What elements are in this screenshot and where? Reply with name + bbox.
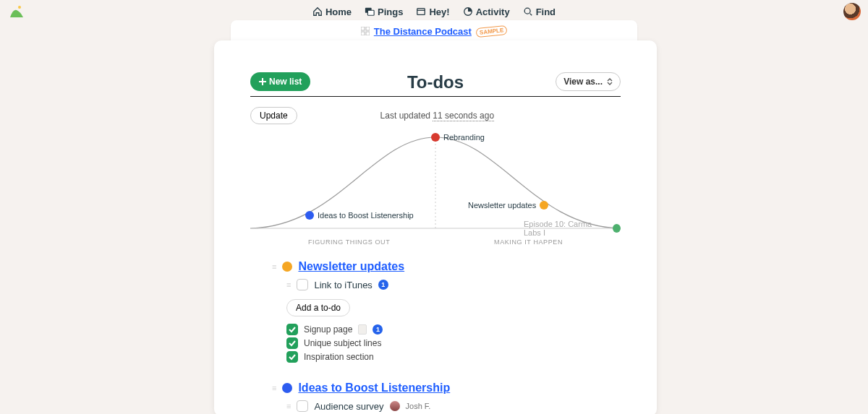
- marker-label: Episode 10: Carma Labs I: [524, 220, 609, 237]
- chevron-updown-icon: [607, 78, 613, 85]
- assignee-avatar: [390, 401, 400, 411]
- svg-point-5: [524, 8, 530, 14]
- hey-icon: [416, 7, 426, 17]
- nav-label: Pings: [378, 7, 403, 17]
- project-link[interactable]: The Distance Podcast: [374, 26, 472, 37]
- todo-title: Inspiration section: [304, 352, 374, 362]
- breadcrumb[interactable]: The Distance Podcast SAMPLE: [231, 20, 637, 42]
- section-dot: [282, 262, 292, 272]
- todo-title: Link to iTunes: [314, 280, 372, 290]
- nav-label: Find: [536, 7, 556, 17]
- drag-handle-icon[interactable]: ≡: [272, 384, 276, 392]
- nav-hey[interactable]: Hey!: [416, 7, 449, 17]
- last-updated: Last updated 11 seconds ago: [380, 111, 494, 121]
- marker-dot: [540, 201, 548, 210]
- section-title-link[interactable]: Newsletter updates: [298, 260, 404, 273]
- todo-checkbox-done[interactable]: [286, 324, 298, 335]
- comment-count-badge[interactable]: 1: [373, 324, 383, 335]
- nav-label: Hey!: [429, 7, 449, 17]
- marker-label: Ideas to Boost Listenership: [318, 211, 414, 220]
- todo-title: Unique subject lines: [304, 338, 381, 348]
- nav-pings[interactable]: Pings: [365, 7, 403, 17]
- hill-marker-episode[interactable]: Episode 10: Carma Labs I: [524, 220, 621, 237]
- todo-section-newsletter: ≡ Newsletter updates ≡ Link to iTunes 1 …: [250, 260, 621, 363]
- svg-rect-3: [417, 9, 425, 15]
- todo-item-done[interactable]: Signup page 1: [272, 324, 621, 335]
- todo-checkbox-done[interactable]: [286, 337, 298, 349]
- main-card: New list To-dos View as... Update Last u…: [214, 40, 657, 414]
- todo-title: Signup page: [304, 324, 352, 335]
- marker-dot: [613, 224, 621, 233]
- drag-handle-icon[interactable]: ≡: [272, 262, 276, 271]
- marker-label: Rebranding: [443, 133, 485, 142]
- hill-marker-newsletter[interactable]: Newsletter updates: [468, 201, 548, 210]
- plus-icon: [259, 78, 266, 85]
- todo-item[interactable]: ≡ Link to iTunes 1: [272, 279, 621, 290]
- view-as-button[interactable]: View as...: [556, 72, 621, 91]
- marker-dot: [305, 211, 314, 220]
- update-button[interactable]: Update: [250, 107, 297, 124]
- todo-item-done[interactable]: Unique subject lines: [272, 337, 621, 349]
- todo-item[interactable]: ≡ Audience survey Josh F.: [272, 400, 621, 412]
- comment-count-badge[interactable]: 1: [378, 280, 388, 290]
- user-avatar[interactable]: [843, 3, 861, 20]
- search-icon: [523, 7, 533, 17]
- nav-home[interactable]: Home: [312, 7, 352, 17]
- drag-handle-icon[interactable]: ≡: [286, 402, 291, 410]
- svg-rect-9: [366, 32, 370, 35]
- svg-rect-7: [366, 27, 370, 30]
- new-list-label: New list: [269, 77, 302, 87]
- nav-label: Home: [326, 7, 352, 17]
- section-dot: [282, 383, 292, 393]
- nav-activity[interactable]: Activity: [463, 7, 510, 17]
- section-title-link[interactable]: Ideas to Boost Listenership: [298, 381, 450, 394]
- hill-marker-ideas[interactable]: Ideas to Boost Listenership: [305, 211, 414, 220]
- hill-chart: Rebranding Ideas to Boost Listenership N…: [250, 126, 621, 241]
- drag-handle-icon[interactable]: ≡: [286, 280, 291, 289]
- add-todo-button[interactable]: Add a to-do: [286, 299, 350, 316]
- todo-checkbox-done[interactable]: [286, 351, 298, 363]
- doc-icon: [358, 324, 367, 335]
- nav-label: Activity: [476, 7, 510, 17]
- todo-checkbox[interactable]: [297, 400, 308, 412]
- new-list-button[interactable]: New list: [250, 72, 310, 91]
- home-icon: [312, 7, 323, 17]
- assignee-name: Josh F.: [406, 402, 431, 410]
- marker-label: Newsletter updates: [468, 201, 536, 210]
- marker-dot: [431, 133, 440, 142]
- pings-icon: [365, 7, 375, 17]
- todo-title: Audience survey: [314, 401, 383, 412]
- page-title: To-dos: [407, 72, 464, 92]
- svg-rect-2: [367, 10, 374, 15]
- svg-rect-8: [361, 32, 365, 35]
- hill-marker-rebranding[interactable]: Rebranding: [431, 133, 485, 142]
- activity-icon: [463, 7, 473, 17]
- project-icon: [361, 27, 370, 35]
- todo-checkbox[interactable]: [297, 279, 308, 290]
- todo-item-done[interactable]: Inspiration section: [272, 351, 621, 363]
- sample-badge: SAMPLE: [475, 25, 507, 37]
- view-as-label: View as...: [563, 77, 603, 87]
- nav-find[interactable]: Find: [523, 7, 556, 17]
- todo-section-ideas: ≡ Ideas to Boost Listenership ≡ Audience…: [250, 381, 621, 414]
- svg-rect-6: [361, 27, 365, 30]
